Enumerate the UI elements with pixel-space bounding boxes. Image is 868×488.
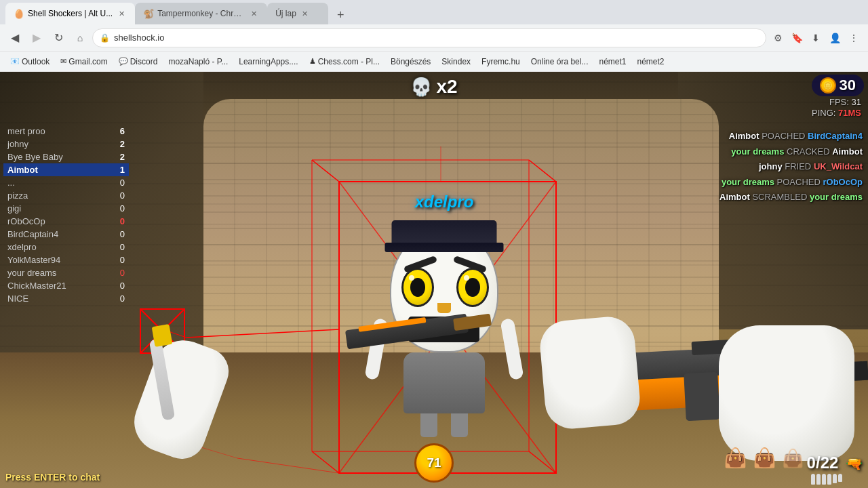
tab-close-1[interactable]: ✕ bbox=[116, 8, 127, 19]
forward-button[interactable]: ▶ bbox=[27, 28, 46, 47]
kill-feed-item-1: Aimbot POACHED BirdCaptain4 bbox=[719, 129, 863, 143]
extensions-bar: ⚙ 🔖 ⬇ 👤 ⋮ bbox=[769, 29, 863, 47]
bookmark-learningapps[interactable]: LearningApps.... bbox=[234, 56, 302, 68]
score-row-7: rObOcOp0 bbox=[3, 215, 129, 228]
bookmark-online[interactable]: Online óra bel... bbox=[526, 56, 593, 68]
ammo-display: 0/22 🔫 bbox=[807, 453, 863, 485]
score-row-10: YolkMaster940 bbox=[3, 253, 129, 266]
fps-value: 31 bbox=[852, 97, 861, 107]
enemy-character: xdelpro bbox=[332, 192, 556, 441]
hud-top-right: 🪙 30 FPS: 31 PING: 71MS bbox=[812, 75, 864, 118]
score-row-3-highlight: Aimbot1 bbox=[3, 163, 129, 176]
kill-feed-item-5: Aimbot SCRAMBLED your dreams bbox=[719, 190, 863, 204]
chat-hint[interactable]: Press ENTER to chat bbox=[5, 472, 100, 483]
bag-icon-1: 👜 bbox=[724, 447, 747, 469]
menu-btn[interactable]: ⋮ bbox=[845, 29, 863, 47]
browser-chrome: 🥚 Shell Shockers | Alt U... ✕ 🐒 Tampermo… bbox=[0, 0, 868, 72]
kill-feed-item-2: your dreams CRACKED Aimbot bbox=[719, 145, 863, 159]
kill-multiplier: 💀 x2 bbox=[410, 76, 457, 98]
bookmark-fyremc[interactable]: Fyremc.hu bbox=[477, 56, 525, 68]
address-bar[interactable]: 🔒 shellshock.io bbox=[92, 28, 766, 47]
enemy-name-tag: xdelpro bbox=[415, 192, 474, 211]
bag-icon-3: 👜 bbox=[782, 448, 804, 469]
fps-display: FPS: 31 bbox=[829, 97, 864, 107]
ammo-count: 0/22 🔫 bbox=[807, 453, 863, 472]
game-area[interactable]: xdelpro bbox=[0, 72, 868, 488]
lock-icon: 🔒 bbox=[100, 33, 110, 43]
bookmark-gmail[interactable]: ✉ Gmail.com bbox=[56, 56, 112, 68]
coin-icon: 🪙 bbox=[820, 77, 836, 94]
scoreboard: mert proo6 johny2 Bye Bye Baby2 Aimbot1 … bbox=[3, 125, 129, 305]
bag-icons: 👜 👜 👜 bbox=[724, 447, 804, 469]
ext-btn-1[interactable]: ⚙ bbox=[769, 29, 787, 47]
bookmark-nemet2[interactable]: német2 bbox=[633, 56, 669, 68]
fps-label: FPS: bbox=[829, 97, 849, 107]
bookmark-bongeszes[interactable]: Böngészés bbox=[386, 56, 435, 68]
tab-title-2: Tampermonkey - Chrome... bbox=[157, 9, 245, 18]
tab-title-3: Új lap bbox=[275, 9, 296, 18]
tab-favicon-1: 🥚 bbox=[14, 9, 24, 19]
tab-title-1: Shell Shockers | Alt U... bbox=[28, 9, 113, 18]
kill-feed-item-3: johny FRIED UK_Wildcat bbox=[719, 160, 863, 174]
skull-icon: 💀 bbox=[410, 77, 432, 98]
tab-bar: 🥚 Shell Shockers | Alt U... ✕ 🐒 Tampermo… bbox=[0, 0, 868, 24]
nav-bar: ◀ ▶ ↻ ⌂ 🔒 shellshock.io ⚙ 🔖 ⬇ 👤 ⋮ bbox=[0, 24, 868, 52]
score-row-12: ChickMaster210 bbox=[3, 279, 129, 292]
tab-tampermonkey[interactable]: 🐒 Tampermonkey - Chrome... ✕ bbox=[135, 3, 267, 24]
home-button[interactable]: ⌂ bbox=[71, 28, 90, 47]
score-row-6: gigi0 bbox=[3, 202, 129, 215]
bookmark-chess[interactable]: ♟ Chess.com - Pl... bbox=[304, 56, 384, 68]
tab-close-3[interactable]: ✕ bbox=[300, 8, 311, 19]
ammo-icon: 🔫 bbox=[846, 456, 863, 471]
kill-feed: Aimbot POACHED BirdCaptain4 your dreams … bbox=[719, 129, 863, 204]
ping-value: 71MS bbox=[838, 108, 861, 118]
tab-shell-shockers[interactable]: 🥚 Shell Shockers | Alt U... ✕ bbox=[5, 3, 135, 24]
score-row-2: Bye Bye Baby2 bbox=[3, 150, 129, 163]
bookmark-outlook[interactable]: 📧 Outlook bbox=[5, 56, 54, 68]
kill-count-text: x2 bbox=[436, 76, 457, 98]
ext-btn-3[interactable]: ⬇ bbox=[807, 29, 825, 47]
address-text: shellshock.io bbox=[114, 33, 164, 43]
reload-button[interactable]: ↻ bbox=[49, 28, 68, 47]
bookmark-mozanaplo[interactable]: mozaNapló - P... bbox=[163, 56, 233, 68]
coin-display: 🪙 30 bbox=[812, 75, 864, 96]
bookmark-nemet1[interactable]: német1 bbox=[594, 56, 631, 68]
coin-count: 30 bbox=[840, 77, 856, 94]
bookmark-skindex[interactable]: Skindex bbox=[437, 56, 475, 68]
bag-icon-2: 👜 bbox=[753, 447, 776, 469]
tab-new-page[interactable]: Új lap ✕ bbox=[267, 3, 328, 24]
tab-favicon-2: 🐒 bbox=[143, 9, 154, 19]
score-row-8: BirdCaptain40 bbox=[3, 228, 129, 241]
profile-btn[interactable]: 👤 bbox=[826, 29, 844, 47]
new-tab-button[interactable]: + bbox=[331, 5, 350, 24]
tab-close-2[interactable]: ✕ bbox=[248, 8, 259, 19]
score-row-9: xdelpro0 bbox=[3, 241, 129, 253]
kill-feed-item-4: your dreams POACHED rObOcOp bbox=[719, 176, 863, 189]
bookmark-discord[interactable]: 💬 Discord bbox=[114, 56, 163, 68]
score-row-4: ...0 bbox=[3, 176, 129, 189]
score-row-5: pizza0 bbox=[3, 189, 129, 202]
score-row-0: mert proo6 bbox=[3, 125, 129, 138]
health-orb: 71 bbox=[414, 443, 454, 483]
ext-btn-2[interactable]: 🔖 bbox=[788, 29, 806, 47]
score-row-13: NICE0 bbox=[3, 292, 129, 305]
back-button[interactable]: ◀ bbox=[5, 28, 24, 47]
score-row-1: johny2 bbox=[3, 138, 129, 150]
ping-label: PING: bbox=[812, 108, 835, 118]
ping-display: PING: 71MS bbox=[812, 108, 864, 118]
bookmarks-bar: 📧 Outlook ✉ Gmail.com 💬 Discord mozaNapl… bbox=[0, 52, 868, 72]
score-row-11: your dreams0 bbox=[3, 266, 129, 279]
